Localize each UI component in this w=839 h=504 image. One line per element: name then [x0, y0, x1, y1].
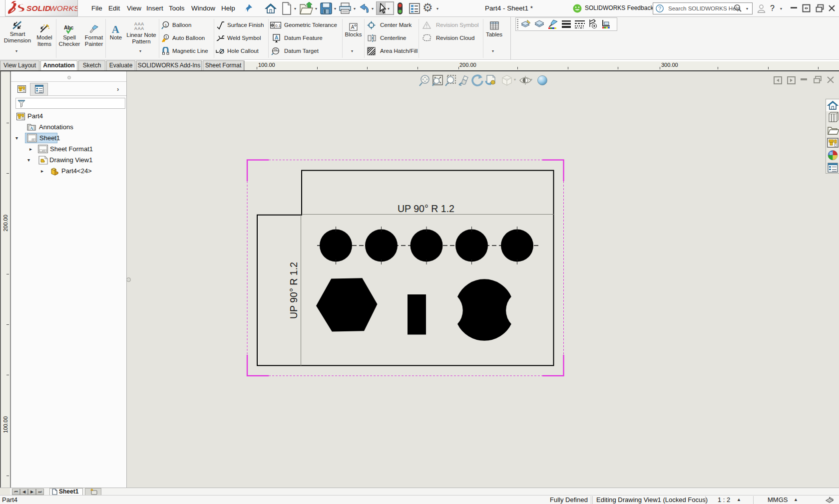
svg-text:UP 90° R 1.2: UP 90° R 1.2 — [398, 203, 454, 214]
svg-text:0.1: 0.1 — [275, 23, 281, 28]
svg-text:SOLID: SOLID — [26, 4, 50, 12]
svg-text:A: A — [30, 126, 33, 131]
svg-text:A: A — [275, 35, 278, 40]
svg-text:1: 1 — [165, 35, 167, 39]
svg-text:1: 1 — [165, 23, 167, 27]
svg-text:A: A — [351, 24, 355, 30]
svg-text:?: ? — [658, 5, 661, 11]
svg-text:WORKS: WORKS — [49, 4, 77, 12]
svg-text:A1: A1 — [274, 48, 278, 51]
svg-text:AAA: AAA — [134, 26, 144, 30]
svg-text:Abc: Abc — [64, 25, 74, 30]
svg-text:UP 90° R 1.2: UP 90° R 1.2 — [288, 262, 299, 319]
svg-text:A: A — [112, 24, 119, 34]
